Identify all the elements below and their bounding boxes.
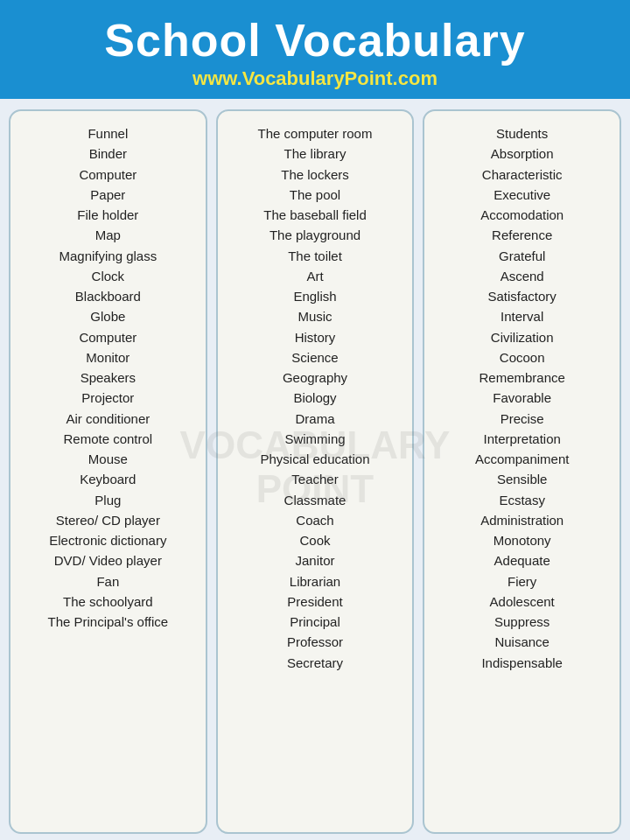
list-item: DVD/ Video player [52, 550, 164, 570]
list-item: Coach [294, 510, 335, 530]
list-item: Adolescent [488, 592, 556, 612]
list-item: Magnifying glass [57, 246, 158, 266]
list-item: Swimming [283, 429, 346, 449]
list-item: Remembrance [477, 368, 566, 388]
list-item: English [291, 286, 338, 306]
list-item: Secretary [285, 653, 345, 673]
list-item: Librarian [288, 571, 342, 592]
list-item: Professor [285, 632, 345, 652]
list-item: Cook [298, 530, 332, 550]
list-item: Classmate [283, 490, 348, 510]
header: School Vocabulary www.VocabularyPoint.co… [0, 0, 630, 99]
list-item: The pool [288, 185, 342, 205]
list-item: Monotony [492, 530, 553, 550]
list-item: Favorable [491, 388, 553, 408]
column-3: StudentsAbsorptionCharacteristicExecutiv… [423, 109, 621, 834]
list-item: Paper [88, 185, 127, 205]
list-item: Projector [80, 388, 136, 408]
list-item: Remote control [61, 429, 154, 449]
vocabulary-content: FunnelBinderComputerPaperFile holderMapM… [0, 99, 630, 840]
list-item: Administration [479, 510, 565, 530]
list-item: The schoolyard [61, 592, 155, 612]
list-item: Reference [490, 225, 554, 245]
list-item: Accomodation [479, 205, 565, 225]
list-item: President [285, 592, 344, 612]
page-title: School Vocabulary [18, 16, 612, 66]
list-item: The baseball field [262, 205, 368, 225]
list-item: Fiery [506, 571, 538, 592]
list-item: Clock [90, 266, 127, 286]
list-item: Principal [288, 612, 342, 632]
list-item: Map [94, 225, 122, 245]
list-item: Air conditioner [64, 409, 151, 429]
list-item: Computer [77, 164, 138, 185]
website-url: www.VocabularyPoint.com [18, 67, 612, 90]
list-item: Science [290, 347, 340, 368]
list-item: Janitor [293, 550, 336, 570]
column-1: FunnelBinderComputerPaperFile holderMapM… [9, 109, 207, 834]
list-item: The toilet [286, 246, 344, 266]
list-item: Interpretation [481, 429, 562, 449]
list-item: Speakers [79, 368, 137, 388]
list-item: Students [494, 123, 550, 144]
list-item: The playground [268, 225, 362, 245]
list-item: Absorption [489, 144, 556, 164]
column-2: The computer roomThe libraryThe lockersT… [216, 109, 415, 834]
list-item: Electronic dictionary [47, 530, 168, 550]
list-item: Keyboard [78, 469, 137, 489]
list-item: Art [304, 266, 325, 286]
list-item: Accompaniment [473, 449, 571, 469]
list-item: Characteristic [480, 164, 564, 185]
list-item: Monitor [84, 347, 131, 368]
list-item: History [293, 327, 338, 347]
list-item: The lockers [279, 164, 351, 185]
list-item: Drama [294, 409, 337, 429]
list-item: Ecstasy [497, 490, 547, 510]
list-item: The library [283, 144, 348, 164]
list-item: Grateful [497, 246, 547, 266]
list-item: Fan [94, 571, 121, 592]
list-item: Ascend [499, 266, 546, 286]
list-item: Stereo/ CD player [54, 510, 162, 530]
list-item: Adequate [493, 550, 552, 570]
list-item: Nuisance [493, 632, 551, 652]
list-item: Biology [291, 388, 338, 408]
list-item: Executive [492, 185, 552, 205]
list-item: Precise [499, 409, 546, 429]
list-item: File holder [75, 205, 140, 225]
list-item: The computer room [256, 123, 374, 144]
list-item: Blackboard [74, 286, 143, 306]
list-item: Binder [88, 144, 129, 164]
list-item: Civilization [489, 327, 556, 347]
list-item: Suppress [493, 612, 551, 632]
list-item: Teacher [290, 469, 340, 489]
list-item: Globe [88, 306, 127, 326]
list-item: Cocoon [498, 347, 547, 368]
list-item: Mouse [87, 449, 130, 469]
list-item: Music [296, 306, 333, 326]
list-item: Funnel [86, 123, 130, 144]
list-item: Plug [93, 490, 122, 510]
list-item: Computer [77, 327, 138, 347]
list-item: Physical education [258, 449, 371, 469]
list-item: Indispensable [480, 653, 564, 673]
list-item: The Principal's office [46, 612, 171, 632]
list-item: Geography [281, 368, 349, 388]
list-item: Sensible [495, 469, 550, 489]
list-item: Interval [499, 306, 545, 326]
list-item: Satisfactory [486, 286, 557, 306]
